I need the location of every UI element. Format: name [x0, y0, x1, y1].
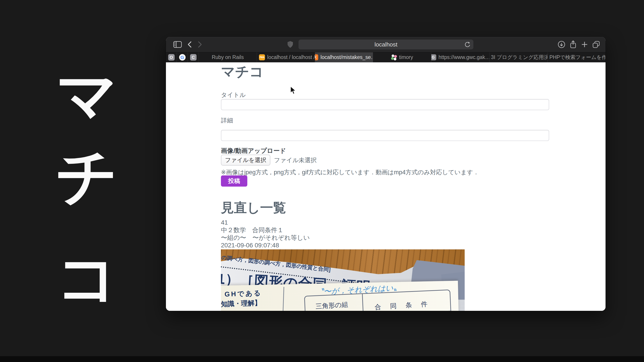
address-url: localhost: [374, 41, 398, 48]
item-description: 〜組の〜 〜がそれぞれ等しい: [221, 234, 310, 242]
format-note: ※画像はjpeg方式，png方式，gif方式に対応しています．動画はmp4方式の…: [221, 168, 479, 176]
photo-table-header-1: 三角形の組: [315, 300, 348, 311]
letterbox-strip: [0, 356, 644, 362]
detail-input[interactable]: [221, 130, 549, 141]
backdrop-char-chi: チ: [34, 146, 141, 206]
tab-label: Ruby on Rails: [212, 54, 244, 60]
backdrop: マ チ コ: [0, 0, 644, 362]
list-item: 41 中２数学 合同条件１ 〜組の〜 〜がそれぞれ等しい 2021-09-06 …: [221, 219, 310, 249]
tab-overview-button[interactable]: [592, 40, 600, 48]
tab-webclass[interactable]: WC 3I プログラミング応用演…: [490, 52, 548, 62]
xampp-icon: X: [315, 54, 318, 60]
tab-label: localhost/mistakes_se…: [320, 54, 373, 60]
item-id: 41: [221, 219, 310, 226]
detail-field-label: 詳細: [221, 116, 233, 124]
upload-section-label: 画像/動画アップロード: [221, 147, 286, 155]
submit-button[interactable]: 投稿: [221, 175, 247, 187]
o-site-icon: O: [168, 54, 175, 60]
item-timestamp: 2021-09-06 09:07:48: [221, 242, 310, 249]
worksheet-photo: の調べ方，図形の調べ方，図形の性質と合同] 1）［図形の合同，証明，三角形の合同…: [221, 249, 465, 311]
choose-file-button[interactable]: ファイルを選択: [221, 155, 270, 166]
page-content: マチコ タイトル 詳細 画像/動画アップロード ファイルを選択 ファイル未選択 …: [166, 62, 606, 311]
new-tab-button[interactable]: [581, 41, 588, 48]
tab-phpmyadmin[interactable]: ✕ PMA localhost / localhost /…: [257, 52, 315, 62]
phpmyadmin-icon: PMA: [259, 54, 265, 60]
safari-window: localhost: [166, 37, 606, 311]
browser-toolbar: localhost: [166, 37, 606, 52]
photo-side-text: 知識・理解】: [221, 298, 262, 309]
backdrop-char-ma: マ: [34, 65, 141, 126]
tab-label: timory: [399, 54, 413, 60]
pinned-tab-google[interactable]: G: [177, 52, 188, 62]
photo-table-header-2: 合 同 条 件: [374, 300, 431, 311]
title-input[interactable]: [221, 99, 549, 110]
tab-label: PHPで検索フォームを作…: [550, 54, 606, 61]
google-icon: G: [179, 54, 186, 60]
page-title: マチコ: [221, 62, 264, 81]
forward-button[interactable]: [196, 37, 204, 52]
reload-icon[interactable]: [464, 41, 471, 48]
tab-ruby-on-rails[interactable]: Ruby on Rails: [199, 52, 257, 62]
tab-php-form[interactable]: S PHPで検索フォームを作…: [548, 52, 606, 62]
file-status-text: ファイル未選択: [274, 156, 317, 164]
pinned-tab-o[interactable]: O: [166, 52, 177, 62]
flower-icon: [390, 54, 397, 61]
pinned-tab-c[interactable]: C: [188, 52, 199, 62]
tab-bar: O G C Ruby on Rails ✕ PMA localhost / lo…: [166, 52, 606, 62]
tab-gwc[interactable]: G https://www.gwc.gak…: [431, 52, 490, 62]
title-field-label: タイトル: [221, 91, 246, 99]
privacy-shield-icon[interactable]: [286, 37, 295, 52]
list-heading: 見直し一覧: [221, 199, 286, 217]
mouse-cursor: [290, 86, 298, 95]
downloads-button[interactable]: [558, 41, 565, 48]
tab-timory[interactable]: timory: [373, 52, 431, 62]
sidebar-toggle-button[interactable]: [172, 37, 183, 52]
back-button[interactable]: [185, 37, 194, 52]
tab-localhost-mistakes[interactable]: X localhost/mistakes_se…: [315, 52, 373, 62]
item-title: 中２数学 合同条件１: [221, 226, 310, 234]
tab-label: https://www.gwc.gak…: [438, 54, 490, 60]
photo-side-text: GHである: [224, 289, 262, 299]
c-site-icon: C: [190, 54, 196, 60]
backdrop-char-ko: コ: [34, 248, 141, 308]
tab-label: 3I プログラミング応用演…: [491, 54, 548, 61]
share-button[interactable]: [569, 40, 577, 49]
address-bar[interactable]: localhost: [298, 39, 474, 49]
tab-label: localhost / localhost /…: [267, 54, 315, 60]
g-letter-icon: G: [431, 54, 436, 60]
